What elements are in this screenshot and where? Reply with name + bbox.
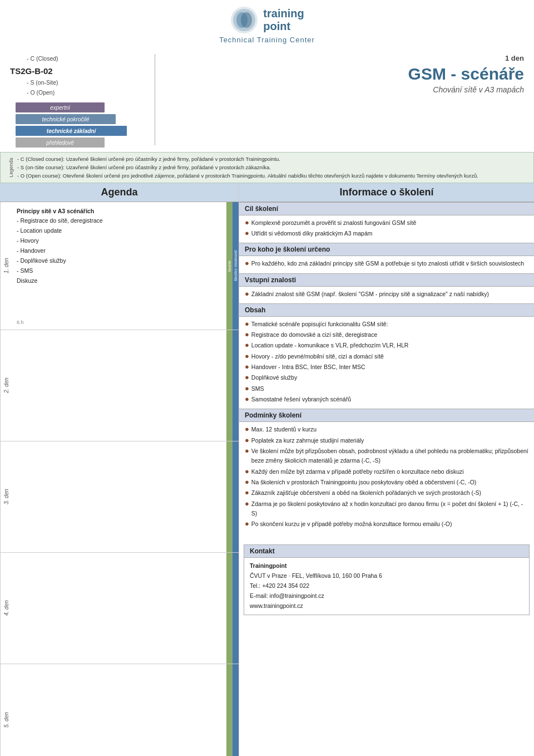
page-header: training point Technical Training Center xyxy=(0,0,534,47)
section-cil: Cíl školení ● Komplexně porozumět a prov… xyxy=(239,202,534,243)
logo-training: training xyxy=(263,7,304,20)
bullet-icon-p3: ● xyxy=(245,467,249,477)
code-c: - C (Closed) xyxy=(27,54,132,64)
level-zakladni: technické základní xyxy=(16,126,127,136)
day5-row: 5. den xyxy=(0,664,239,756)
bullet-text-o6: SMS xyxy=(251,384,264,394)
bullet-text-o3: Hovory - z/do pevné/mobilní sítě, cizí a… xyxy=(251,352,384,361)
bullet-obsah-5: ● Doplňkové služby xyxy=(245,373,528,382)
day3-skolici-bar xyxy=(233,441,239,552)
separator xyxy=(155,54,155,145)
bullet-text-p4: Na školeních v prostorách Trainingpointu… xyxy=(251,478,476,487)
bullet-icon-o3: ● xyxy=(245,352,249,361)
kontakt-title: Kontakt xyxy=(244,545,529,558)
bullet-obsah-4: ● Handover - Intra BSC, Inter BSC, Inter… xyxy=(245,362,528,372)
bullet-icon-p2: ● xyxy=(245,446,249,466)
kontakt-web: www.trainingpoint.cz xyxy=(250,601,523,611)
bullet-icon-0: ● xyxy=(245,218,249,228)
bullet-obsah-1: ● Registrace do domovské a cizí sítě, de… xyxy=(245,330,528,340)
day5-content xyxy=(12,664,226,756)
section-cil-title: Cíl školení xyxy=(239,202,534,215)
bullet-text-cil-0: Komplexně porozumět a prověřit si znalos… xyxy=(251,218,416,228)
legenda-line-2: - S (on-Site course): Uzavřené školení u… xyxy=(17,163,527,171)
bullet-icon-o7: ● xyxy=(245,395,249,404)
logo-point: point xyxy=(263,20,304,33)
day2-row: 2. den xyxy=(0,330,239,441)
bullet-icon-pk0: ● xyxy=(245,259,249,268)
days-badge: 1 den xyxy=(408,54,524,62)
day2-right-bars xyxy=(226,330,239,441)
kontakt-content: Trainingpoint ČVUT v Praze · FEL, Velflí… xyxy=(244,558,529,614)
kontakt-company: Trainingpoint xyxy=(250,561,523,571)
bullet-text-o5: Doplňkové služby xyxy=(251,373,297,382)
bullet-p2: ● Ve školení může být přizpůsoben obsah,… xyxy=(245,446,528,466)
section-obsah-content: ● Tematické scénáře popisující funkciona… xyxy=(239,317,534,409)
day1-label: 1. den xyxy=(0,202,12,330)
bullet-icon-o5: ● xyxy=(245,373,249,382)
section-cil-content: ● Komplexně porozumět a prověřit si znal… xyxy=(239,215,534,243)
bullet-text-cil-1: Utřídit si vědomosti díky praktickým A3 … xyxy=(251,229,373,238)
day1-line7: Diskuze xyxy=(17,276,223,286)
section-podminky-content: ● Max. 12 studentů v kurzu ● Poplatek za… xyxy=(239,422,534,533)
day3-teorie-bar xyxy=(226,441,233,552)
day3-right-bars xyxy=(226,441,239,552)
right-panel: Informace o školení Cíl školení ● Komple… xyxy=(239,183,534,756)
day3-label: 3. den xyxy=(0,441,12,552)
bullet-obsah-6: ● SMS xyxy=(245,384,528,394)
course-title-area: 1 den GSM - scénáře Chování sítě v A3 ma… xyxy=(408,52,524,148)
day2-teorie-bar xyxy=(226,330,233,441)
code-s: - S (on-Site) xyxy=(27,78,132,88)
legenda-content: - C (Closed course): Uzavřené školení ur… xyxy=(17,155,527,180)
day5-right-bars xyxy=(226,664,239,756)
day1-line5: - Doplňkové služby xyxy=(17,256,223,266)
day1-line1: - Registrace do sítě, deregistrace xyxy=(17,216,223,226)
section-prokoho-title: Pro koho je školení určeno xyxy=(239,243,534,256)
logo-icon xyxy=(230,6,259,35)
day4-content xyxy=(12,553,226,664)
section-prokoho: Pro koho je školení určeno ● Pro každého… xyxy=(239,243,534,273)
course-main-title: GSM - scénáře xyxy=(408,65,524,83)
kontakt-address: ČVUT v Praze · FEL, Velflíkova 10, 160 0… xyxy=(250,571,523,581)
bullet-p4: ● Na školeních v prostorách Trainingpoin… xyxy=(245,478,528,487)
bullet-text-p2: Ve školení může být přizpůsoben obsah, p… xyxy=(251,446,528,466)
legenda-label: Legenda xyxy=(7,158,15,177)
legenda-line-1: - C (Closed course): Uzavřené školení ur… xyxy=(17,155,527,163)
agenda-header: Agenda xyxy=(0,183,239,202)
header-subtitle: Technical Training Center xyxy=(219,36,315,44)
svg-point-3 xyxy=(241,12,252,28)
bullet-icon-o6: ● xyxy=(245,384,249,394)
bullet-p7: ● Po skončení kurzu je v případě potřeby… xyxy=(245,519,528,529)
legenda-bar: Legenda - C (Closed course): Uzavřené šk… xyxy=(0,152,534,183)
day1-line6: - SMS xyxy=(17,266,223,276)
bullet-text-o4: Handover - Intra BSC, Inter BSC, Inter M… xyxy=(251,362,365,372)
day1-hours: 6.h xyxy=(17,318,24,327)
left-panel: Agenda 1. den Principy sítě v A3 scénáří… xyxy=(0,183,239,756)
day4-label: 4. den xyxy=(0,553,12,664)
bullet-obsah-7: ● Samostatné řešení vybraných scénářů xyxy=(245,395,528,404)
day4-right-bars xyxy=(226,553,239,664)
day5-skolici-bar xyxy=(233,664,239,756)
bullet-icon-p4: ● xyxy=(245,478,249,487)
kontakt-email: E-mail: info@trainingpoint.cz xyxy=(250,591,523,601)
section-prokoho-content: ● Pro každého, kdo zná základní principy… xyxy=(239,256,534,273)
bullet-p1: ● Poplatek za kurz zahrnuje studijní mat… xyxy=(245,436,528,445)
bullet-icon-o0: ● xyxy=(245,320,249,329)
day4-skolici-bar xyxy=(233,553,239,664)
level-prehledove: přehledové xyxy=(16,138,105,148)
skolici-bar: školící místnost xyxy=(233,202,239,330)
bullet-icon-o4: ● xyxy=(245,362,249,372)
code-main: TS2G-B-02 xyxy=(10,64,132,78)
bullet-text-p0: Max. 12 studentů v kurzu xyxy=(251,425,317,434)
bullet-cil-0: ● Komplexně porozumět a prověřit si znal… xyxy=(245,218,528,228)
legenda-line-3: - O (Open course): Otevřené školení urče… xyxy=(17,171,527,180)
day4-teorie-bar xyxy=(226,553,233,664)
bullet-icon-p1: ● xyxy=(245,436,249,445)
kontakt-section: Kontakt Trainingpoint ČVUT v Praze · FEL… xyxy=(244,544,530,615)
bullet-p6: ● Zdarma je po školení poskytováno až x … xyxy=(245,499,528,519)
day2-content xyxy=(12,330,226,441)
bullet-text-p5: Zákazník zajišťuje občerstvení a oběd na… xyxy=(251,488,481,498)
bullet-p5: ● Zákazník zajišťuje občerstvení a oběd … xyxy=(245,488,528,498)
section-podminky-title: Podmínky školení xyxy=(239,409,534,422)
day5-teorie-bar xyxy=(226,664,233,756)
course-subtitle: Chování sítě v A3 mapách xyxy=(408,85,524,94)
